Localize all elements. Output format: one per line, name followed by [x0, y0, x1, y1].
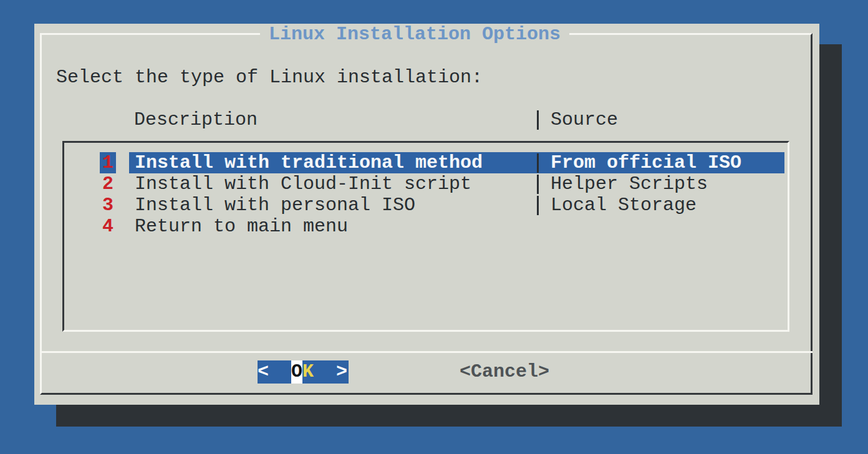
ok-button-hotkey-char: K: [302, 361, 314, 382]
menu-item-row[interactable]: 3 Install with personal ISO Local Storag…: [34, 195, 819, 216]
menu-item-tag: 2: [100, 173, 116, 195]
menu-item-source: Helper Scripts: [551, 173, 708, 195]
menu-item-tag: 3: [100, 195, 116, 216]
cancel-button[interactable]: <Cancel>: [460, 360, 549, 384]
menu-item-row[interactable]: 1 Install with traditional method From o…: [34, 152, 819, 173]
ok-button[interactable]: < OK >: [258, 360, 349, 384]
column-separator: [537, 110, 539, 130]
installation-options-dialog: Linux Installation Options Select the ty…: [34, 24, 819, 405]
ok-button-suffix: >: [314, 361, 347, 382]
terminal-screen: Linux Installation Options Select the ty…: [0, 0, 868, 454]
menu-item-description: Return to main menu: [135, 216, 348, 237]
source-column-header: Source: [551, 109, 618, 130]
ok-button-prefix: <: [258, 361, 291, 382]
ok-button-cursor-char: O: [291, 360, 302, 384]
prompt-text: Select the type of Linux installation:: [56, 67, 483, 88]
menu-item-description: Install with Cloud-Init script: [135, 173, 471, 195]
menu-item-tag: 1: [100, 152, 116, 173]
dialog-title: Linux Installation Options: [260, 24, 569, 45]
menu-item-source: From official ISO: [551, 152, 741, 173]
menu-item-source: Local Storage: [551, 195, 697, 216]
menu-item-row[interactable]: 4 Return to main menu: [34, 216, 819, 237]
button-area-separator: [40, 351, 813, 353]
menu-item-description: Install with personal ISO: [135, 195, 415, 216]
menu-item-tag: 4: [100, 216, 116, 237]
menu-item-row[interactable]: 2 Install with Cloud-Init script Helper …: [34, 173, 819, 195]
menu-item-description: Install with traditional method: [135, 152, 483, 173]
column-separator: [537, 153, 539, 173]
column-separator: [537, 196, 539, 215]
description-column-header: Description: [134, 109, 258, 130]
column-separator: [537, 175, 539, 194]
column-header-row: Description Source: [34, 109, 819, 130]
